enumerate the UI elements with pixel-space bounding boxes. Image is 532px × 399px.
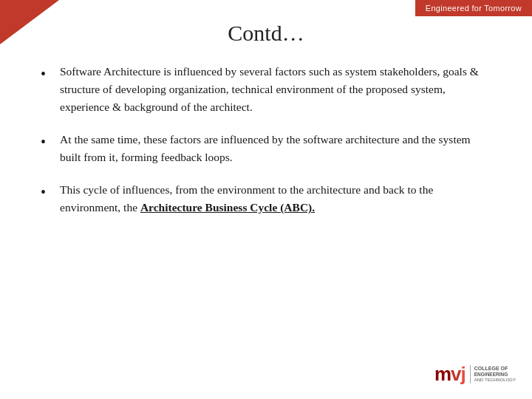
bullet-dot: • xyxy=(41,64,54,83)
logo-and-tech: AND TECHNOLOGY xyxy=(474,378,516,383)
list-item: • At the same time, these factors are in… xyxy=(41,131,491,166)
list-item: • This cycle of influences, from the env… xyxy=(41,181,491,216)
bullet-text-2: At the same time, these factors are infl… xyxy=(60,131,491,166)
content-area: • Software Architecture is influenced by… xyxy=(41,63,491,347)
bullet-text-3: This cycle of influences, from the envir… xyxy=(60,181,491,216)
logo-college: COLLEGE OF xyxy=(474,365,516,372)
slide-title: Contd… xyxy=(0,21,532,46)
logo-m: m xyxy=(434,363,451,385)
bullet-list: • Software Architecture is influenced by… xyxy=(41,63,491,216)
logo-letters: mvj xyxy=(434,363,466,386)
logo-text-block: COLLEGE OF ENGINEERING AND TECHNOLOGY xyxy=(470,365,516,383)
tagline-bar: Engineered for Tomorrow xyxy=(415,0,532,16)
bullet-text-underline: Architecture Business Cycle (ABC). xyxy=(140,201,315,214)
logo-engineering: ENGINEERING xyxy=(474,372,516,378)
bullet-dot: • xyxy=(41,183,54,202)
list-item: • Software Architecture is influenced by… xyxy=(41,63,491,116)
logo-area: mvj COLLEGE OF ENGINEERING AND TECHNOLOG… xyxy=(434,363,516,386)
logo-v: v xyxy=(451,363,460,385)
logo-j: j xyxy=(461,363,466,385)
bullet-text-1: Software Architecture is influenced by s… xyxy=(60,63,491,116)
bullet-dot: • xyxy=(41,132,54,151)
